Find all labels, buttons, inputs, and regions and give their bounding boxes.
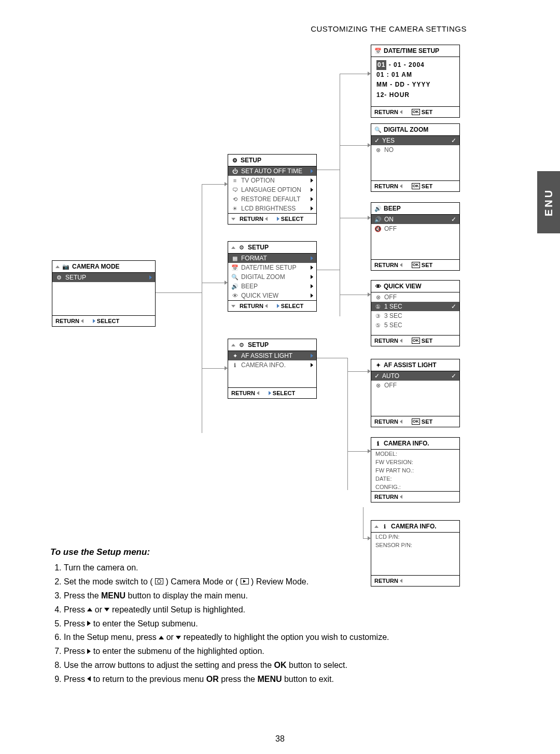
ok-icon: OK	[412, 183, 420, 189]
left-arrow-icon	[257, 391, 259, 395]
down-arrow-icon	[231, 305, 235, 308]
down-arrow-icon	[231, 218, 235, 220]
camera-icon	[155, 578, 163, 584]
instructions-block: To use the Setup menu: Turn the camera o…	[50, 546, 465, 687]
ok-icon: OK	[412, 338, 420, 344]
camerainfo-menu-1: ℹCAMERA INFO. MODEL: FW VERSION: FW PART…	[371, 437, 460, 502]
arrow-right-icon	[311, 275, 313, 279]
camera-mode-menu: 📷 CAMERA MODE ⚙SETUP RETURN SELECT	[52, 260, 156, 327]
footer-return: RETURN	[55, 318, 79, 324]
left-arrow-icon	[81, 319, 83, 323]
menu-title: CAMERA INFO.	[384, 440, 429, 447]
footer-select: SELECT	[273, 390, 295, 396]
arrow-right-icon	[311, 256, 313, 260]
sound-on-icon: 🔊	[374, 216, 382, 223]
info-line: DATE:	[371, 474, 459, 483]
menu-item: ☀LCD BRIGHTNESS	[228, 204, 316, 213]
check-icon: ✓	[451, 137, 456, 144]
step-9: Press to return to the previous menu OR …	[64, 673, 465, 687]
up-arrow-icon	[231, 246, 235, 249]
clock-icon: ⏻	[231, 168, 239, 174]
footer-select: SELECT	[97, 318, 119, 324]
date-icon: 📅	[231, 264, 239, 271]
instructions-heading: To use the Setup menu:	[50, 546, 465, 559]
check-icon: ✓	[451, 303, 456, 310]
info-line: MODEL:	[371, 450, 459, 458]
arrow-right-icon	[311, 188, 313, 192]
page-header: CUSTOMIZING THE CAMERA SETTINGS	[311, 24, 467, 33]
check-icon: ✓	[374, 137, 380, 144]
right-arrow-icon	[87, 649, 91, 654]
af-icon: ✦	[231, 353, 239, 359]
tv-icon: ≡	[231, 177, 239, 184]
menu-item: 📅DATE/TIME SETUP	[228, 263, 316, 272]
arrow-right-icon	[311, 266, 313, 270]
up-arrow-icon	[374, 525, 379, 528]
footer-return: RETURN	[374, 262, 398, 268]
ok-icon: OK	[412, 418, 420, 425]
setup-menu-2: ⚙SETUP ▦FORMAT 📅DATE/TIME SETUP 🔍DIGITAL…	[228, 241, 317, 312]
timer-icon: ③	[374, 313, 382, 319]
ok-icon: OK	[412, 262, 420, 268]
beep-menu: 🔊BEEP 🔊ON✓ 🔇OFF RETURN OKSET	[371, 202, 460, 271]
menu-item-setup: ⚙SETUP	[52, 273, 155, 282]
beep-icon: 🔊	[231, 283, 239, 290]
date-rest: - 01 - 2004	[386, 61, 424, 68]
right-arrow-icon	[269, 391, 271, 395]
check-icon: ✓	[451, 372, 456, 380]
left-arrow-icon	[400, 184, 402, 188]
menu-title: CAMERA INFO.	[391, 523, 437, 530]
footer-set: SET	[422, 418, 432, 425]
menu-item-label: DATE/TIME SETUP	[241, 264, 296, 271]
left-arrow-icon	[265, 217, 268, 221]
left-arrow-icon	[400, 263, 402, 267]
brightness-icon: ☀	[231, 205, 239, 212]
zoom-icon: 🔍	[374, 127, 382, 133]
setup-icon: ⚙	[238, 244, 245, 251]
menu-item: 🔊ON✓	[371, 215, 459, 224]
cancel-icon: ⊗	[374, 147, 382, 153]
date-format: MM - DD - YYYY	[376, 80, 454, 90]
footer-set: SET	[422, 262, 432, 268]
right-arrow-icon	[93, 319, 95, 323]
menu-item-label: OFF	[384, 382, 397, 389]
menu-title: CAMERA MODE	[72, 263, 120, 270]
timer-icon: ⑤	[374, 322, 382, 329]
timer-icon: ①	[374, 303, 382, 310]
up-arrow-icon	[231, 344, 235, 346]
zoom-icon: 🔍	[231, 274, 239, 281]
setup-menu-3: ⚙SETUP ✦AF ASSIST LIGHT ℹCAMERA INFO. RE…	[228, 339, 317, 399]
info-line: FW PART NO.:	[371, 466, 459, 474]
menu-item-label: TV OPTION	[241, 177, 275, 184]
menu-item: ⑤5 SEC	[371, 320, 459, 330]
footer-select: SELECT	[281, 303, 303, 309]
down-arrow-icon	[176, 636, 181, 639]
menu-title: AF ASSIST LIGHT	[384, 361, 437, 369]
arrow-right-icon	[311, 294, 313, 298]
menu-item-label: SET AUTO OFF TIME	[241, 167, 302, 175]
menu-item-label: 1 SEC	[384, 303, 402, 310]
ok-icon: OK	[412, 109, 420, 115]
menu-item: ⊗OFF	[371, 381, 459, 390]
footer-return: RETURN	[240, 303, 263, 309]
menu-item-label: 5 SEC	[384, 322, 402, 329]
menu-item-label: LCD BRIGHTNESS	[241, 205, 296, 212]
footer-return: RETURN	[374, 338, 398, 344]
menu-title: BEEP	[384, 205, 401, 212]
menu-item: ⊗NO	[371, 145, 459, 155]
menu-item-label: AUTO	[382, 372, 399, 380]
menu-item-label: SETUP	[65, 274, 86, 281]
setup-icon: ⚙	[55, 274, 63, 281]
menu-item-label: LANGUAGE OPTION	[241, 186, 301, 193]
arrow-right-icon	[311, 354, 313, 358]
camera-icon: 📷	[62, 263, 69, 270]
footer-select: SELECT	[281, 216, 303, 222]
digital-zoom-menu: 🔍DIGITAL ZOOM ✓YES✓ ⊗NO RETURN OKSET	[371, 123, 460, 192]
step-4: Press or repeatedly until Setup is highl…	[64, 603, 465, 617]
page-number: 38	[275, 734, 285, 744]
up-arrow-icon	[55, 266, 60, 268]
menu-item-label: OFF	[384, 294, 397, 301]
setup-menu-1: ⚙SETUP ⏻SET AUTO OFF TIME ≡TV OPTION 🗨LA…	[228, 154, 317, 225]
menu-item: 🔍DIGITAL ZOOM	[228, 272, 316, 282]
right-arrow-icon	[277, 304, 279, 308]
